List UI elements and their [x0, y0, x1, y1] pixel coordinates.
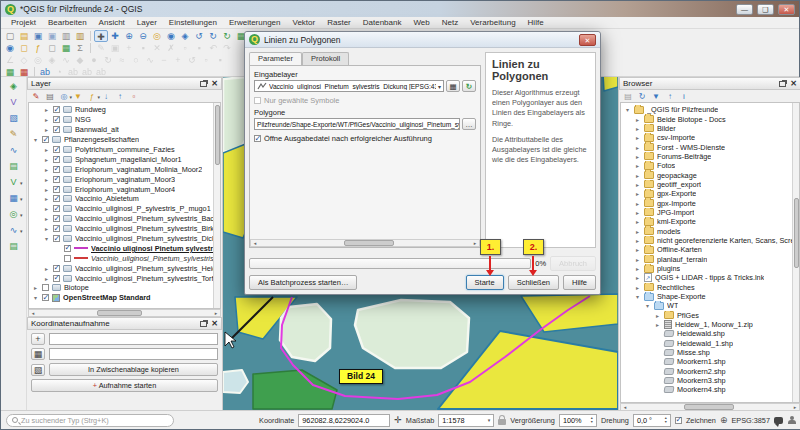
browser-item[interactable]: ▸Bilder	[621, 124, 792, 133]
magnifier-input[interactable]: 100%▴▾	[559, 414, 597, 427]
browser-item[interactable]: ▾_QGIS für Pilzfreunde	[621, 105, 792, 114]
layer-visibility-checkbox[interactable]	[53, 205, 60, 212]
browser-item[interactable]: ▸geotiff_export	[621, 180, 792, 189]
layer-item[interactable]: ▸Eriophorum_vaginatum_Moor3	[29, 174, 213, 184]
dialog-close-button[interactable]: ✕	[579, 34, 596, 46]
layer-item[interactable]: ▸Vaccinio_uliginosi_Pinetum_sylvestris_B…	[29, 214, 213, 224]
expand-arrow-icon[interactable]: ▸	[43, 275, 50, 282]
layer-item[interactable]: ▸Vaccinio_uliginosi_Pinetum_sylvestris_B…	[29, 224, 213, 234]
expand-arrow-icon[interactable]: ▾	[32, 136, 39, 143]
window-titlebar[interactable]: Q *QGIS für Pilzfreunde 24 - QGIS — ❑ ✕	[1, 1, 799, 17]
layer-item[interactable]: ▾OpenStreetMap Standard	[29, 293, 213, 303]
layer-item[interactable]: ▸Polytrichum_commune_Fazies	[29, 145, 213, 155]
expand-arrow-icon[interactable]: ▸	[634, 116, 641, 123]
expand-arrow-icon[interactable]: ▸	[634, 265, 641, 272]
render-checkbox[interactable]	[675, 417, 682, 424]
add-raster-layer-icon[interactable]: ▦▾	[7, 192, 21, 204]
save-project-icon[interactable]: ▣	[31, 30, 45, 42]
layer-visibility-checkbox[interactable]	[42, 294, 49, 301]
expand-arrow-icon[interactable]: ▸	[43, 126, 50, 133]
expand-arrow-icon[interactable]: ▸	[43, 166, 50, 173]
browser-item[interactable]: ▸gpx-Importe	[621, 198, 792, 207]
collapse-browser-icon[interactable]: ↑	[664, 91, 676, 102]
crs-globe-icon[interactable]: ⊕	[720, 415, 728, 425]
layer-item[interactable]: ▸Vaccinio_uliginosi_Pinetum_sylvestris_T…	[29, 273, 213, 283]
layer-visibility-checkbox[interactable]	[53, 126, 60, 133]
layer-item[interactable]: ▸Biotope	[29, 283, 213, 293]
expand-arrow-icon[interactable]: ▸	[32, 284, 39, 291]
help-button[interactable]: Hilfe	[563, 275, 596, 290]
deselect-features-icon[interactable]: ◻	[45, 42, 59, 54]
browse-button[interactable]: …	[462, 118, 476, 130]
user-profile-icon[interactable]	[787, 416, 796, 425]
expand-arrow-icon[interactable]: ▾	[634, 293, 641, 300]
menu-erweiterungen[interactable]: Erweiterungen	[223, 18, 287, 27]
expand-arrow-icon[interactable]: ▸	[43, 146, 50, 153]
pane-hscrollbar[interactable]: ◂▸	[250, 239, 480, 247]
input-layer-select[interactable]: Vaccinio_uliginosi_Pinetum_sylvestris_Di…	[254, 80, 444, 92]
browser-item[interactable]: ▸Beide Biotope - Docs	[621, 114, 792, 123]
layer-item[interactable]: ▸Eriophorum_vaginatum_Moor4	[29, 184, 213, 194]
remove-layer-icon[interactable]: ▫	[128, 91, 140, 102]
dropdown-arrow-icon[interactable]: ▾	[20, 177, 23, 189]
maximize-button[interactable]: ❑	[757, 4, 774, 15]
expand-arrow-icon[interactable]: ▾	[644, 302, 651, 309]
field-calculator-icon[interactable]: Σ	[73, 42, 87, 54]
iterate-over-layer-button[interactable]: ▦	[446, 80, 460, 92]
dialog-close-button2[interactable]: Schließen	[508, 275, 559, 290]
browser-item[interactable]: ▸kml-Exporte	[621, 217, 792, 226]
expand-arrow-icon[interactable]: ▸	[634, 218, 641, 225]
layer-visibility-checkbox[interactable]	[53, 116, 60, 123]
browser-item[interactable]: ▸gpx-Exporte	[621, 189, 792, 198]
layout-manager-icon[interactable]: ▥	[73, 30, 87, 42]
tab-protokoll[interactable]: Protokoll	[302, 52, 349, 65]
expand-arrow-icon[interactable]: ▸	[43, 205, 50, 212]
zoom-next-icon[interactable]: ↻	[206, 30, 220, 42]
add-selected-layers-icon[interactable]: ▤	[622, 91, 634, 102]
expand-all-icon[interactable]: ↓	[100, 91, 112, 102]
locator-search-input[interactable]: Zu suchender Typ (Strg+K)	[6, 414, 174, 427]
layer-tree-vscrollbar[interactable]	[213, 103, 220, 308]
layer-item[interactable]: ▸Vaccinio_Abietetum	[29, 194, 213, 204]
output-path-field[interactable]: Pilzfreunde/Shape-Exporte/WT/PflGes/Vacc…	[254, 118, 460, 130]
add-vector-layer-icon[interactable]: V▾	[7, 176, 21, 188]
layer-item[interactable]: ▸NSG	[29, 115, 213, 125]
expand-arrow-icon[interactable]: ▸	[634, 162, 641, 169]
layer-item[interactable]: Vaccinio_uliginosi_Pinetum_sylvestris_Di…	[29, 253, 213, 263]
layer-visibility-checkbox[interactable]	[53, 166, 60, 173]
add-database-table-icon[interactable]: ▤	[7, 240, 21, 252]
select-features-icon[interactable]: ◻	[17, 42, 31, 54]
filter-by-expression-icon[interactable]: ƒ▾	[86, 91, 98, 102]
new-spatialite-layer-icon[interactable]: ▧	[7, 112, 21, 124]
layer-visibility-checkbox[interactable]	[53, 225, 60, 232]
expand-arrow-icon[interactable]: ▾	[43, 235, 50, 242]
layer-item[interactable]: ▾Pflanzengesellschaften	[29, 135, 213, 145]
layer-item[interactable]: ▸Eriophorum_vaginatum_Molinia_Moor2	[29, 164, 213, 174]
layer-tree-hscrollbar[interactable]: ◂▸	[28, 309, 221, 317]
browser-item[interactable]: ▸Fotos	[621, 161, 792, 170]
add-delimited-text-layer-icon[interactable]: ∿▾	[7, 224, 21, 236]
layer-item[interactable]: ▸Vaccinio_uliginosi_Pinetum_sylvestris_H…	[29, 263, 213, 273]
layer-visibility-checkbox[interactable]	[42, 136, 49, 143]
expand-arrow-icon[interactable]: ▸	[43, 176, 50, 183]
expand-arrow-icon[interactable]: ▸	[43, 265, 50, 272]
menu-einstellungen[interactable]: Einstellungen	[163, 18, 223, 27]
layer-item[interactable]: ▸Rundweg	[29, 105, 213, 115]
layer-visibility-checkbox[interactable]	[53, 215, 60, 222]
browser-item[interactable]: ▾Shape-Exporte	[621, 292, 792, 301]
tab-parameter[interactable]: Parameter	[249, 52, 302, 65]
new-mesh-layer-icon[interactable]: ∿	[7, 144, 21, 156]
expand-arrow-icon[interactable]: ▾	[32, 294, 39, 301]
expand-arrow-icon[interactable]: ▸	[43, 215, 50, 222]
refresh-browser-icon[interactable]: ↻	[636, 91, 648, 102]
open-layer-styling-icon[interactable]: ✎	[30, 91, 42, 102]
menu-raster[interactable]: Raster	[321, 18, 357, 27]
layer-item[interactable]: ▸Bannwald_alt	[29, 125, 213, 135]
expand-arrow-icon[interactable]: ▸	[634, 256, 641, 263]
expand-arrow-icon[interactable]: ▸	[634, 153, 641, 160]
open-attribute-table-icon[interactable]: ▦	[59, 42, 73, 54]
layer-visibility-checkbox[interactable]	[53, 106, 60, 113]
expand-arrow-icon[interactable]: ▸	[654, 312, 661, 319]
refresh-map-icon[interactable]: ↻	[220, 30, 234, 42]
browser-item[interactable]: ▸planlauf_terrain	[621, 255, 792, 264]
